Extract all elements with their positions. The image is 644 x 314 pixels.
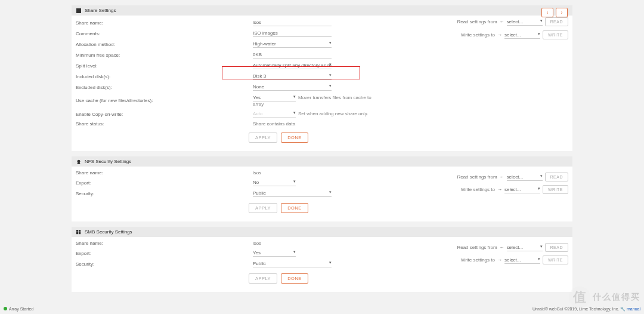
split-label: Split level:	[72, 63, 253, 69]
smb-write-button[interactable]: WRITE	[543, 255, 568, 264]
write-settings-select[interactable]: select...	[504, 32, 540, 39]
nfs-read-label: Read settings from	[457, 174, 497, 180]
nfs-settings-header: NFS Security Settings	[72, 156, 572, 167]
arrow-out-icon: →	[497, 187, 502, 192]
status-label: Share status:	[72, 121, 253, 127]
comments-input[interactable]	[253, 30, 332, 37]
smb-read-select[interactable]: select...	[507, 244, 543, 251]
svg-rect-4	[76, 232, 78, 234]
nfs-read-select[interactable]: select...	[507, 174, 543, 181]
share-done-button[interactable]: DONE	[281, 133, 308, 143]
excluded-select[interactable]: None	[253, 84, 332, 91]
arrow-in-icon: ←	[500, 245, 504, 250]
footer-credit: Unraid® webGui ©2019, Lime Technology, I…	[532, 307, 619, 311]
smb-settings-panel: SMB Security Settings Read settings from…	[72, 227, 572, 292]
nfs-settings-title: NFS Security Settings	[85, 159, 131, 164]
svg-rect-3	[79, 230, 80, 232]
nfs-export-label: Export:	[72, 180, 253, 186]
cow-label: Enable Copy-on-write:	[72, 112, 253, 117]
minfree-label: Minimum free space:	[72, 53, 253, 58]
arrow-out-icon: →	[497, 32, 502, 38]
share-name-label: Share name:	[72, 20, 253, 26]
smb-export-label: Export:	[72, 251, 253, 256]
arrow-in-icon: ←	[500, 19, 504, 24]
smb-apply-button[interactable]: APPLY	[249, 273, 277, 284]
next-share-button[interactable]: ›	[556, 8, 568, 17]
smb-security-label: Security:	[72, 261, 253, 267]
prev-share-button[interactable]: ‹	[541, 8, 553, 17]
share-settings-title: Share Settings	[85, 8, 116, 13]
status-value: Share contains data	[253, 121, 378, 127]
windows-icon	[76, 230, 81, 235]
svg-rect-5	[79, 232, 80, 234]
nfs-name-value: isos	[253, 170, 378, 176]
array-status-dot	[4, 307, 7, 310]
nfs-write-select[interactable]: select...	[504, 186, 540, 193]
nfs-write-button[interactable]: WRITE	[543, 185, 568, 194]
write-settings-label: Write settings to	[461, 32, 495, 38]
smb-settings-header: SMB Security Settings	[72, 227, 572, 237]
page-footer: Array Started Unraid® webGui ©2019, Lime…	[0, 304, 644, 314]
nfs-done-button[interactable]: DONE	[281, 203, 308, 213]
read-settings-select[interactable]: select...	[507, 19, 543, 26]
nfs-write-label: Write settings to	[461, 187, 495, 192]
smb-export-select[interactable]: Yes	[253, 250, 296, 257]
cow-select: Auto	[253, 110, 296, 118]
smb-done-button[interactable]: DONE	[281, 273, 308, 284]
nfs-security-select[interactable]: Public	[253, 190, 332, 197]
array-status-text: Array Started	[9, 307, 33, 311]
share-settings-panel: Share Settings ‹ › Read settings from ← …	[72, 5, 572, 151]
nfs-export-select[interactable]: No	[253, 179, 296, 186]
split-select[interactable]: Automatically split any directory as req…	[253, 62, 332, 69]
arrow-in-icon: ←	[500, 174, 504, 180]
svg-point-1	[78, 162, 80, 164]
nfs-security-label: Security:	[72, 191, 253, 196]
smb-write-select[interactable]: select...	[504, 257, 540, 264]
cow-hint: Set when adding new share only.	[298, 111, 368, 116]
excluded-label: Excluded disk(s):	[72, 85, 253, 90]
smb-write-label: Write settings to	[461, 257, 495, 263]
alloc-label: Allocation method:	[72, 42, 253, 47]
nfs-settings-panel: NFS Security Settings Read settings from…	[72, 156, 572, 221]
smb-settings-title: SMB Security Settings	[85, 229, 132, 235]
nfs-name-label: Share name:	[72, 170, 253, 176]
manual-link[interactable]: manual	[627, 307, 640, 311]
alloc-select[interactable]: High-water	[253, 41, 332, 48]
read-button[interactable]: READ	[545, 17, 568, 26]
arrow-out-icon: →	[497, 257, 502, 263]
penguin-icon	[76, 159, 81, 164]
cache-label: Use cache (for new files/directories):	[72, 98, 253, 103]
nfs-read-button[interactable]: READ	[545, 173, 568, 181]
nfs-apply-button[interactable]: APPLY	[249, 203, 277, 213]
share-name-input[interactable]	[253, 19, 332, 26]
svg-rect-2	[76, 230, 78, 232]
included-select[interactable]: Disk 3	[253, 73, 332, 80]
write-button[interactable]: WRITE	[543, 30, 568, 39]
smb-read-label: Read settings from	[457, 245, 497, 250]
comments-label: Comments:	[72, 31, 253, 36]
smb-name-label: Share name:	[72, 241, 253, 246]
smb-read-button[interactable]: READ	[545, 243, 568, 252]
cache-select[interactable]: Yes	[253, 94, 296, 101]
included-label: Included disk(s):	[72, 74, 253, 79]
share-icon	[76, 8, 81, 13]
smb-name-value: isos	[253, 241, 378, 246]
share-settings-header: Share Settings ‹ ›	[72, 5, 572, 16]
smb-security-select[interactable]: Public	[253, 260, 332, 267]
share-apply-button[interactable]: APPLY	[249, 133, 277, 143]
read-settings-label: Read settings from	[457, 19, 497, 24]
minfree-input[interactable]	[253, 51, 332, 59]
